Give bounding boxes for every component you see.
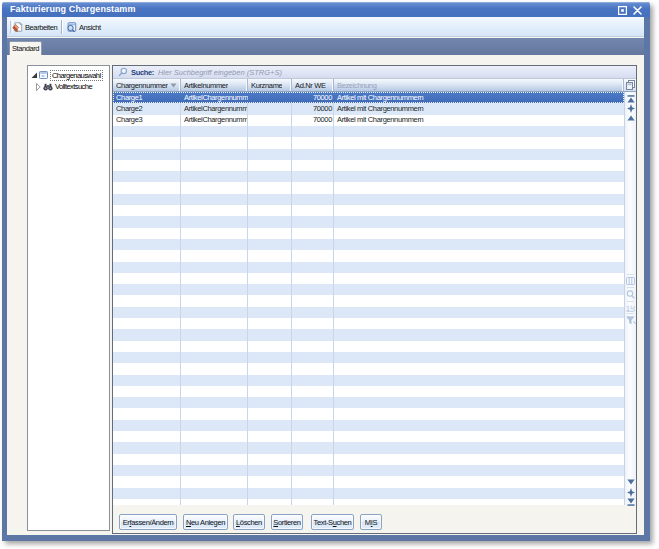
- ansicht-label: Ansicht: [79, 23, 101, 32]
- go-last-icon[interactable]: [625, 498, 636, 506]
- column-header-label: Ad.Nr WE: [295, 81, 326, 90]
- table-stripe: [113, 228, 624, 239]
- table-cell: ArtikelChargennumme: [181, 103, 248, 114]
- filter-icon[interactable]: [625, 316, 636, 325]
- ansicht-button[interactable]: Ansicht: [63, 19, 104, 35]
- cell-text: Charge2: [116, 104, 142, 114]
- table-cell: 70000: [292, 115, 334, 126]
- go-first-icon[interactable]: [625, 95, 636, 103]
- table-cell: 70000: [292, 103, 334, 114]
- table-row[interactable]: Charge1ArtikelChargennumme70000Artikel m…: [113, 92, 624, 103]
- table-stripe: [113, 126, 624, 137]
- nav-separator: [627, 301, 634, 302]
- column-header-bezeichnung[interactable]: Bezeichnung: [334, 79, 624, 91]
- column-header-ad.nr we[interactable]: Ad.Nr WE: [292, 79, 334, 91]
- table-stripe: [113, 352, 624, 363]
- view-magnifier-icon: [66, 21, 77, 33]
- restore-icon[interactable]: [617, 5, 628, 15]
- content-area: ChargenauswahlVolltextsuche Suche: Hier …: [7, 55, 644, 535]
- nav-separator: [627, 274, 634, 275]
- row-down-icon[interactable]: [625, 479, 636, 485]
- column-separator: [247, 92, 248, 505]
- column-header-label: Chargennummer: [116, 81, 168, 90]
- column-separator: [291, 92, 292, 505]
- edit-document-icon: [12, 21, 23, 33]
- button-l-schen[interactable]: Löschen: [233, 514, 265, 530]
- table-stripe: [113, 262, 624, 273]
- column-chooser-icon: [626, 80, 635, 90]
- column-chooser-button[interactable]: [624, 79, 636, 92]
- sort-desc-icon: [170, 83, 177, 88]
- cell-text: ArtikelChargennumme: [184, 104, 248, 114]
- table-stripe: [113, 375, 624, 386]
- column-header-label: Bezeichnung: [337, 81, 377, 90]
- tab-standard[interactable]: Standard: [9, 41, 42, 55]
- table-stripe: [113, 307, 624, 318]
- grid-header-row: ChargennummerArtikelnummerKurznameAd.Nr …: [113, 79, 624, 92]
- table-stripe: [113, 454, 624, 465]
- search-bar[interactable]: Suche: Hier Suchbegriff eingeben (STRG+S…: [113, 66, 636, 79]
- table-stripe: [113, 182, 624, 193]
- table-cell: 70000: [292, 92, 334, 103]
- client-area: Bearbeiten Ansicht Standard Chargenaus: [7, 17, 644, 535]
- column-header-label: Kurzname: [251, 81, 282, 90]
- button-text-suchen[interactable]: Text-Suchen: [311, 514, 354, 530]
- cell-text: ArtikelChargennumme: [184, 115, 248, 125]
- table-cell: Charge2: [113, 103, 181, 114]
- table-row[interactable]: Charge3ArtikelChargennumme70000Artikel m…: [113, 115, 624, 126]
- expanded-expander-icon[interactable]: [30, 72, 38, 79]
- table-cell: ArtikelChargennumme: [181, 92, 248, 103]
- collapsed-expander-icon[interactable]: [34, 83, 42, 91]
- cell-text: 70000: [313, 115, 332, 125]
- navigation-tree: ChargenauswahlVolltextsuche: [27, 65, 110, 531]
- table-stripe: [113, 431, 624, 442]
- cell-text: Charge3: [116, 115, 142, 125]
- column-header-kurzname[interactable]: Kurzname: [248, 79, 292, 91]
- window-title: Fakturierung Chargenstamm: [10, 3, 136, 16]
- cell-text: Charge1: [116, 93, 142, 103]
- table-stripe: [113, 488, 624, 499]
- page-up-icon[interactable]: [625, 104, 636, 113]
- bearbeiten-label: Bearbeiten: [25, 23, 57, 32]
- cell-text: ArtikelChargennumme: [184, 93, 248, 103]
- tree-item-chargenauswahl[interactable]: Chargenauswahl: [30, 69, 103, 81]
- columns-icon[interactable]: [625, 277, 636, 285]
- page-down-icon[interactable]: [625, 488, 636, 497]
- table-stripe: [113, 318, 624, 329]
- titlebar[interactable]: Fakturierung Chargenstamm: [2, 2, 650, 17]
- table-row[interactable]: Charge2ArtikelChargennumme70000Artikel m…: [113, 103, 624, 114]
- row-up-icon[interactable]: [625, 115, 636, 121]
- table-stripe: [113, 386, 624, 397]
- column-separator: [180, 92, 181, 505]
- table-cell: [248, 92, 292, 103]
- table-stripe: [113, 250, 624, 261]
- button-neu-anlegen[interactable]: Neu Anlegen: [183, 514, 228, 530]
- close-icon[interactable]: [632, 5, 643, 15]
- button-mis[interactable]: MIS: [360, 514, 382, 530]
- bearbeiten-button[interactable]: Bearbeiten: [9, 19, 60, 35]
- table-cell: Charge3: [113, 115, 181, 126]
- nav-separator: [627, 287, 634, 288]
- table-stripe: [113, 273, 624, 284]
- table-cell: Artikel mit Chargennummern: [334, 92, 624, 103]
- zoom-icon[interactable]: [625, 290, 636, 299]
- button-sortieren[interactable]: Sortieren: [271, 514, 303, 530]
- column-header-artikelnummer[interactable]: Artikelnummer: [181, 79, 248, 91]
- table-stripe: [113, 442, 624, 453]
- column-header-chargennummer[interactable]: Chargennummer: [113, 79, 181, 91]
- table-stripe: [113, 160, 624, 171]
- tree-item-label: Chargenauswahl: [50, 70, 103, 81]
- table-stripe: [113, 420, 624, 431]
- count-icon[interactable]: 1½: [625, 304, 636, 312]
- nav-separator: [627, 313, 634, 314]
- table-stripe: [113, 194, 624, 205]
- button-erfassen-ndern[interactable]: Erfassen/Ändern: [119, 514, 177, 530]
- table-cell: Artikel mit Chargennummern: [334, 103, 624, 114]
- cell-text: Artikel mit Chargennummern: [337, 104, 423, 114]
- table-stripe: [113, 171, 624, 182]
- window-icon: [39, 71, 48, 79]
- tree-item-volltextsuche[interactable]: Volltextsuche: [34, 81, 92, 93]
- search-label: Suche:: [131, 68, 154, 77]
- app-window: Fakturierung Chargenstamm: [2, 2, 650, 541]
- table-stripe: [113, 363, 624, 374]
